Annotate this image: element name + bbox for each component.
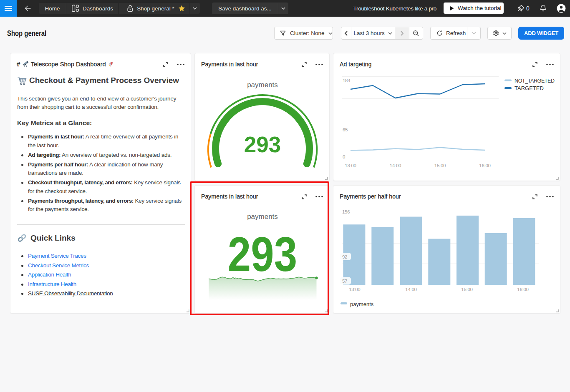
svg-text:16:00: 16:00 bbox=[517, 287, 528, 292]
svg-text:13:00: 13:00 bbox=[345, 163, 356, 168]
svg-text:payments: payments bbox=[247, 81, 278, 89]
svg-text:156: 156 bbox=[342, 209, 350, 214]
svg-text:13:00: 13:00 bbox=[349, 287, 360, 292]
svg-text:16:00: 16:00 bbox=[479, 163, 490, 168]
svg-text:92: 92 bbox=[342, 254, 347, 259]
svg-text:15:00: 15:00 bbox=[461, 287, 472, 292]
svg-text:293: 293 bbox=[244, 132, 281, 157]
svg-text:payments: payments bbox=[350, 301, 374, 307]
svg-text:0: 0 bbox=[343, 154, 345, 159]
svg-text:65: 65 bbox=[343, 127, 348, 132]
svg-text:TARGETED: TARGETED bbox=[515, 85, 544, 91]
svg-text:57: 57 bbox=[342, 279, 347, 284]
svg-text:14:00: 14:00 bbox=[390, 163, 401, 168]
svg-text:NOT_TARGETED: NOT_TARGETED bbox=[515, 78, 555, 84]
svg-text:184: 184 bbox=[343, 78, 351, 83]
svg-text:14:00: 14:00 bbox=[405, 287, 416, 292]
svg-text:15:00: 15:00 bbox=[434, 163, 446, 168]
